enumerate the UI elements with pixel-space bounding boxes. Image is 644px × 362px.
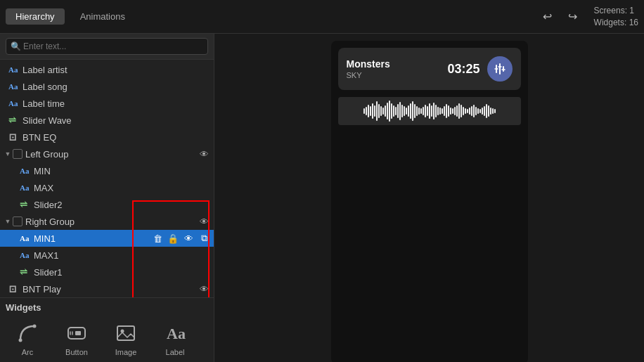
expand-arrow[interactable]: ▼ [3, 218, 13, 225]
type-icon-aa: Aa [20, 251, 31, 259]
group-checkbox[interactable] [13, 216, 22, 226]
list-item-max1[interactable]: Aa MAX1 [0, 247, 214, 264]
eye-icon[interactable]: 👁 [197, 282, 211, 296]
list-item-right-group[interactable]: ▼ Right Group 👁 [0, 213, 214, 230]
item-label: Left Group [25, 149, 197, 160]
type-icon-slider: ⇌ [8, 115, 20, 126]
music-time: 03:25 [447, 62, 479, 77]
type-icon-aa: Aa [8, 99, 20, 108]
item-label: Slider Wave [22, 115, 211, 126]
type-icon-btn: ⊡ [8, 283, 20, 295]
tab-animations[interactable]: Animations [70, 8, 135, 25]
widget-arc-label: Arc [22, 348, 34, 356]
item-label: MIN1 [34, 233, 150, 244]
type-icon-aa: Aa [20, 234, 31, 243]
type-icon-aa: Aa [20, 167, 31, 175]
widgets-items: Arc Button [0, 316, 214, 362]
music-artist: SKY [347, 71, 441, 79]
music-title: Monsters [347, 58, 441, 70]
type-icon-aa: Aa [8, 65, 20, 74]
redo-button[interactable]: ↪ [563, 7, 583, 27]
item-label: MAX [34, 183, 211, 193]
music-card: Monsters SKY 03:25 [338, 48, 521, 90]
svg-text:Aa: Aa [167, 325, 186, 342]
widget-label-label: Label [166, 348, 185, 356]
search-input[interactable] [6, 38, 208, 55]
type-icon-slider: ⇌ [20, 266, 31, 278]
tab-hierarchy[interactable]: Hierarchy [6, 8, 65, 25]
widgets-count: Widgets: 16 [594, 17, 638, 29]
type-icon-slider: ⇌ [20, 199, 31, 210]
type-icon-btn: ⊡ [8, 131, 20, 143]
item-label: Slider2 [34, 200, 211, 210]
eye-icon[interactable]: 👁 [181, 231, 195, 245]
list-item-btn-eq[interactable]: ⊡ BTN EQ [0, 129, 214, 146]
item-label: Label artist [22, 65, 211, 75]
image-icon [112, 320, 139, 347]
item-label: BNT Play [22, 284, 197, 295]
widget-button-label: Button [65, 348, 88, 356]
widgets-bar: Widgets Arc [0, 297, 214, 362]
widget-button[interactable]: Button [52, 317, 101, 359]
type-icon-aa: Aa [8, 82, 20, 91]
type-icon-aa: Aa [20, 183, 31, 192]
svg-rect-4 [117, 326, 134, 340]
list-item-min1[interactable]: Aa MIN1 🗑 🔒 👁 ⧉ [0, 230, 214, 247]
widgets-header: Widgets [0, 301, 214, 316]
widget-image[interactable]: Image [101, 317, 150, 359]
list-item-label-song[interactable]: Aa Label song [0, 78, 214, 95]
eye-icon[interactable]: 👁 [197, 214, 211, 228]
screens-info: Screens: 1 Widgets: 16 [594, 5, 638, 29]
item-label: Label time [22, 98, 211, 109]
button-icon [63, 320, 90, 347]
widget-image-label: Image [115, 348, 137, 356]
list-item-min[interactable]: Aa MIN [0, 162, 214, 179]
svg-point-1 [33, 325, 37, 328]
item-label: Label song [22, 82, 211, 92]
group-actions: 👁 [197, 147, 211, 161]
hierarchy-list: Aa Label artist Aa Label song Aa Label t… [0, 60, 214, 297]
music-info: Monsters SKY [347, 58, 441, 79]
item-label: MAX1 [34, 250, 211, 261]
svg-point-0 [19, 339, 22, 342]
item-label: Right Group [25, 216, 197, 227]
search-bar: 🔍 [0, 34, 214, 60]
screens-count: Screens: 1 [594, 5, 638, 17]
widget-label[interactable]: Aa Label [150, 317, 200, 359]
right-area: Monsters SKY 03:25 [214, 34, 644, 362]
phone-preview: Monsters SKY 03:25 [331, 41, 528, 362]
arc-icon [14, 320, 41, 347]
eq-button[interactable] [487, 56, 513, 82]
item-label: Slider1 [34, 267, 211, 278]
group-actions: 👁 [197, 214, 211, 228]
list-item-slider-wave[interactable]: ⇌ Slider Wave [0, 112, 214, 129]
waveform-area: (function(){ const heights = [8,12,18,14… [338, 97, 521, 125]
label-icon: Aa [162, 320, 188, 347]
item-actions: 🗑 🔒 👁 ⧉ [150, 231, 211, 245]
list-item-label-time[interactable]: Aa Label time [0, 95, 214, 112]
widget-arc[interactable]: Arc [3, 317, 52, 359]
item-actions: 👁 [197, 282, 211, 296]
svg-rect-3 [75, 331, 81, 335]
top-bar: Hierarchy Animations ↩ ↪ Screens: 1 Widg… [0, 0, 644, 34]
undo-button[interactable]: ↩ [538, 7, 558, 27]
waveform-bars: (function(){ const heights = [8,12,18,14… [358, 97, 501, 125]
item-label: BTN EQ [22, 132, 211, 143]
left-panel: 🔍 Aa Label artist Aa Label song [0, 34, 214, 362]
copy-icon[interactable]: ⧉ [197, 231, 211, 245]
eye-icon[interactable]: 👁 [197, 147, 211, 161]
expand-arrow[interactable]: ▼ [3, 150, 13, 157]
list-item-bnt-play[interactable]: ⊡ BNT Play 👁 [0, 280, 214, 297]
lock-icon[interactable]: 🔒 [166, 231, 180, 245]
list-item-slider2[interactable]: ⇌ Slider2 [0, 196, 214, 213]
list-item-max[interactable]: Aa MAX [0, 179, 214, 196]
delete-icon[interactable]: 🗑 [150, 231, 165, 245]
list-item-slider1[interactable]: ⇌ Slider1 [0, 264, 214, 280]
list-item-label-artist[interactable]: Aa Label artist [0, 61, 214, 78]
main-layout: 🔍 Aa Label artist Aa Label song [0, 34, 644, 362]
item-label: MIN [34, 166, 211, 176]
list-item-left-group[interactable]: ▼ Left Group 👁 [0, 146, 214, 162]
group-checkbox[interactable] [13, 149, 22, 159]
